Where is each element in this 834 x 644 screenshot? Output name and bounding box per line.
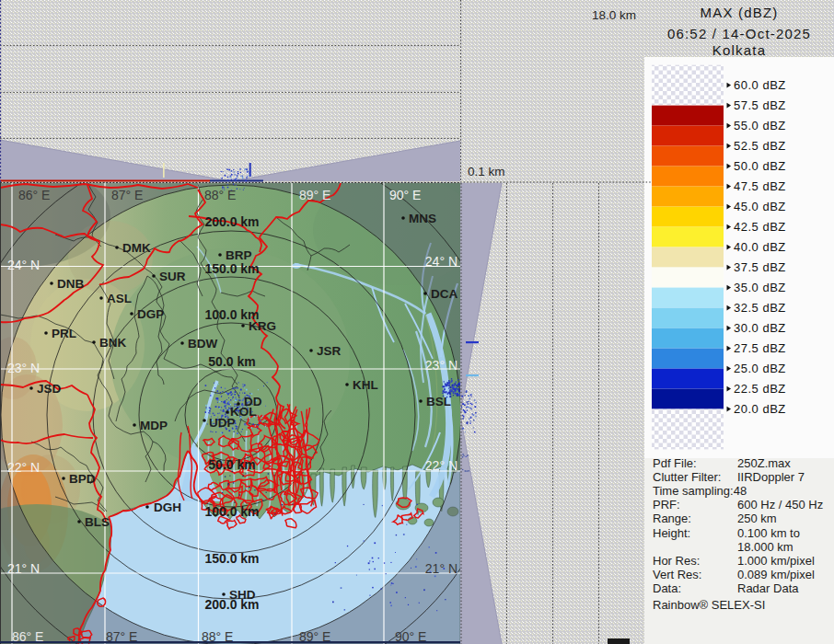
svg-text:32.5 dBZ: 32.5 dBZ: [734, 301, 786, 315]
svg-text:BDW: BDW: [188, 337, 217, 351]
svg-text:SHD: SHD: [229, 588, 256, 602]
svg-text:20.0 dBZ: 20.0 dBZ: [734, 402, 786, 416]
svg-text:KRG: KRG: [249, 319, 276, 333]
svg-text:06:52 / 14-Oct-2025: 06:52 / 14-Oct-2025: [667, 26, 811, 41]
svg-text:BPD: BPD: [69, 472, 96, 486]
svg-text:SUR: SUR: [159, 270, 186, 283]
svg-text:21° N: 21° N: [425, 561, 458, 576]
svg-text:DNB: DNB: [57, 277, 84, 291]
svg-text:DGH: DGH: [154, 500, 181, 514]
svg-text:DCA: DCA: [431, 287, 458, 301]
svg-text:UDP: UDP: [209, 416, 236, 430]
svg-text:KHL: KHL: [353, 378, 378, 392]
svg-text:0.1 km: 0.1 km: [468, 165, 505, 178]
svg-text:Radar Data: Radar Data: [737, 581, 799, 595]
svg-text:24° N: 24° N: [7, 258, 40, 272]
svg-text:18.0 km: 18.0 km: [592, 8, 636, 22]
svg-text:30.0 dBZ: 30.0 dBZ: [734, 321, 786, 335]
svg-text:89° E: 89° E: [299, 629, 330, 644]
svg-text:45.0 dBZ: 45.0 dBZ: [734, 200, 786, 213]
svg-text:DGP: DGP: [137, 307, 164, 321]
svg-text:250Z.max: 250Z.max: [737, 456, 791, 470]
svg-text:ASL: ASL: [107, 292, 132, 305]
svg-text:86° E: 86° E: [18, 188, 50, 202]
svg-text:22.5 dBZ: 22.5 dBZ: [734, 382, 786, 396]
svg-text:Height:: Height:: [653, 526, 690, 540]
svg-text:Kolkata: Kolkata: [712, 42, 766, 58]
svg-text:86° E: 86° E: [12, 629, 43, 644]
svg-text:35.0 dBZ: 35.0 dBZ: [734, 281, 786, 294]
svg-text:52.5 dBZ: 52.5 dBZ: [734, 139, 786, 153]
svg-text:55.0 dBZ: 55.0 dBZ: [734, 119, 786, 132]
svg-text:250 km: 250 km: [737, 512, 777, 525]
svg-text:89° E: 89° E: [299, 188, 330, 202]
svg-text:JSD: JSD: [37, 382, 62, 396]
svg-text:Data:: Data:: [653, 581, 681, 595]
svg-text:37.5 dBZ: 37.5 dBZ: [734, 260, 786, 274]
svg-text:21° N: 21° N: [7, 561, 40, 576]
svg-text:1.000 km/pixel: 1.000 km/pixel: [737, 554, 815, 568]
svg-text:150.0 km: 150.0 km: [204, 261, 259, 276]
svg-text:57.5 dBZ: 57.5 dBZ: [734, 98, 786, 112]
svg-text:27.5 dBZ: 27.5 dBZ: [734, 341, 786, 355]
svg-text:42.5 dBZ: 42.5 dBZ: [734, 220, 786, 234]
svg-text:MDP: MDP: [140, 419, 168, 432]
svg-text:Range:: Range:: [653, 512, 691, 525]
svg-text:JSR: JSR: [317, 344, 342, 358]
svg-text:Hor Res:: Hor Res:: [653, 554, 700, 568]
svg-text:25.0 dBZ: 25.0 dBZ: [734, 362, 786, 375]
svg-text:Clutter Filter:: Clutter Filter:: [653, 470, 721, 484]
svg-text:MAX (dBZ): MAX (dBZ): [701, 5, 779, 20]
svg-text:50.0 dBZ: 50.0 dBZ: [734, 159, 786, 173]
svg-text:100.0 km: 100.0 km: [204, 504, 259, 519]
svg-text:BRP: BRP: [226, 248, 252, 262]
svg-text:22° N: 22° N: [7, 460, 40, 475]
svg-text:24° N: 24° N: [425, 254, 458, 269]
svg-text:23° N: 23° N: [7, 361, 40, 375]
svg-text:IIRDoppler 7: IIRDoppler 7: [737, 470, 805, 484]
svg-text:87° E: 87° E: [111, 188, 143, 202]
svg-text:47.5 dBZ: 47.5 dBZ: [734, 179, 786, 193]
svg-text:0.089 km/pixel: 0.089 km/pixel: [737, 568, 815, 581]
svg-text:Vert Res:: Vert Res:: [653, 568, 701, 581]
svg-text:MNS: MNS: [409, 212, 436, 225]
svg-text:88° E: 88° E: [202, 629, 233, 644]
svg-text:BSL: BSL: [426, 395, 451, 408]
svg-text:Pdf File:: Pdf File:: [653, 456, 697, 470]
svg-text:0.100 km to: 0.100 km to: [737, 526, 800, 540]
svg-text:87° E: 87° E: [106, 629, 137, 644]
svg-text:90° E: 90° E: [395, 629, 426, 644]
svg-text:BNK: BNK: [99, 336, 126, 350]
svg-text:18.000 km: 18.000 km: [737, 540, 793, 554]
svg-text:88° E: 88° E: [204, 188, 236, 202]
svg-text:PRL: PRL: [52, 327, 76, 340]
svg-text:40.0 dBZ: 40.0 dBZ: [734, 240, 786, 254]
svg-text:50.0 km: 50.0 km: [208, 457, 255, 472]
svg-text:PRF:: PRF:: [653, 498, 680, 512]
svg-text:Time sampling:48: Time sampling:48: [653, 484, 747, 498]
svg-text:Rainbow® SELEX-SI: Rainbow® SELEX-SI: [653, 598, 765, 612]
svg-text:90° E: 90° E: [389, 188, 421, 202]
svg-text:150.0 km: 150.0 km: [204, 551, 259, 566]
svg-text:DMK: DMK: [122, 241, 151, 255]
svg-text:600 Hz / 450 Hz: 600 Hz / 450 Hz: [737, 498, 823, 512]
svg-text:BLS: BLS: [85, 515, 110, 529]
svg-text:200.0 km: 200.0 km: [204, 214, 259, 229]
svg-text:60.0 dBZ: 60.0 dBZ: [734, 78, 786, 92]
svg-text:50.0 km: 50.0 km: [208, 354, 255, 369]
svg-text:23° N: 23° N: [425, 358, 458, 373]
svg-text:22° N: 22° N: [425, 458, 458, 473]
